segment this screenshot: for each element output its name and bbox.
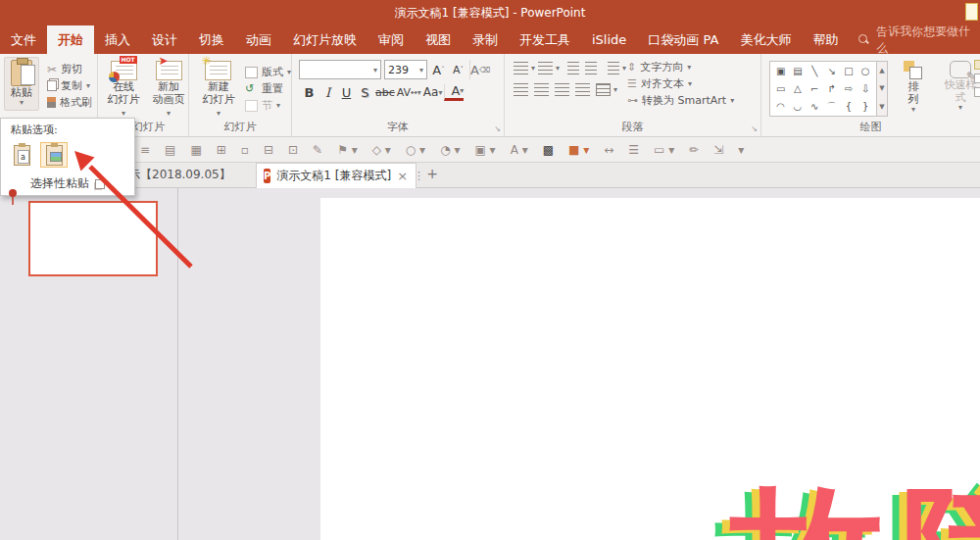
online-slides-button[interactable]: HOT 在线 幻灯片 ▾ (104, 61, 143, 119)
paste-keep-text-button[interactable]: a (8, 142, 35, 168)
shape-oval-icon[interactable]: ○ (861, 63, 870, 79)
shape-right-brace-icon[interactable]: } (862, 98, 868, 115)
tab-view[interactable]: 视图 (415, 25, 462, 54)
shape-down-arrow-icon[interactable]: ⇩ (861, 80, 869, 97)
shape-elbow-icon[interactable]: ⌐ (810, 80, 818, 97)
shape-scribble-icon[interactable]: ⌒ (827, 98, 837, 115)
tab-transitions[interactable]: 切换 (188, 25, 235, 54)
shape-triangle-icon[interactable]: △ (794, 80, 802, 97)
grow-font-button[interactable]: Aˆ (430, 60, 447, 79)
copy-button[interactable]: 复制 ▾ (47, 77, 92, 94)
scroll-up-icon[interactable]: ▲ (879, 67, 884, 74)
toolbar-icon-7[interactable]: ✎ (313, 143, 322, 157)
arrange-button[interactable]: 排列 ▾ (904, 61, 923, 113)
tab-home[interactable]: 开始 (47, 25, 94, 54)
gallery-more-icon[interactable]: ▼ (879, 103, 884, 111)
toolbar-icon-0[interactable]: ≡ (140, 143, 150, 157)
shapes-gallery-scroll[interactable]: ▲ ▼ ▼ (877, 61, 888, 117)
character-spacing-button[interactable]: AV↔▾ (397, 82, 421, 102)
bullets-button[interactable] (514, 62, 528, 74)
toolbar-icon-11[interactable]: ◔ ▾ (440, 143, 460, 157)
toolbar-icon-1[interactable]: ▤ (165, 143, 175, 157)
align-text-button[interactable]: ☰ 对齐文本▾ (627, 75, 734, 92)
tab-slideshow[interactable]: 幻灯片放映 (282, 25, 368, 54)
layout-button[interactable]: 版式 ▾ (245, 64, 291, 80)
change-case-button[interactable]: Aa▾ (423, 82, 443, 102)
paste-button[interactable]: 粘贴 ▾ (4, 57, 39, 111)
toolbar-icon-16[interactable]: ↔ (604, 143, 613, 157)
align-left-button[interactable] (514, 83, 528, 96)
shape-elbow-arrow-icon[interactable]: ↱ (827, 80, 835, 97)
toolbar-icon-19[interactable]: ✏ (689, 143, 699, 157)
toolbar-icon-5[interactable]: ⊟ (264, 143, 273, 157)
close-tab-icon[interactable]: × (397, 169, 408, 183)
doc-tab-2018-09-05[interactable]: 示【2018.09.05】 (128, 163, 231, 187)
reset-button[interactable]: ↺ 重置 (245, 80, 291, 97)
shape-vtextbox-icon[interactable]: ▤ (793, 63, 802, 79)
justify-button[interactable] (575, 83, 590, 96)
font-size-combo[interactable]: 239▾ (384, 60, 427, 79)
font-color-button[interactable]: A▾ (444, 84, 464, 101)
shape-right-arrow-icon[interactable]: ⇨ (845, 80, 853, 97)
glitch-text[interactable]: 故障风 (731, 468, 980, 540)
paragraph-dialog-launcher[interactable]: ↘ (751, 124, 758, 133)
tab-insert[interactable]: 插入 (94, 25, 141, 54)
toolbar-icon-17[interactable]: ☰ (628, 143, 639, 157)
shrink-font-button[interactable]: Aˇ (450, 60, 466, 79)
shape-rounded-rect-icon[interactable]: ▭ (776, 80, 785, 97)
toolbar-icon-20[interactable]: ⇲ (713, 143, 723, 157)
tab-islide[interactable]: iSlide (581, 25, 637, 54)
shape-rectangle-icon[interactable]: □ (844, 63, 853, 79)
font-dialog-launcher[interactable]: ↘ (494, 124, 501, 133)
strikethrough-button[interactable]: abc (375, 82, 395, 102)
tell-me-search[interactable]: 告诉我你想要做什么 (858, 25, 980, 54)
toolbar-icon-3[interactable]: ⊞ (217, 143, 226, 157)
tab-help[interactable]: 帮助 (802, 25, 849, 54)
increase-indent-button[interactable] (585, 62, 597, 74)
toolbar-icon-2[interactable]: ▦ (190, 143, 201, 157)
toolbar-icon-21[interactable]: ▾ (738, 143, 744, 157)
tab-design[interactable]: 设计 (141, 25, 188, 54)
shape-arc-icon[interactable]: ◠ (776, 98, 785, 115)
text-shadow-button[interactable]: S (357, 82, 373, 102)
new-slide-button[interactable]: ✳ 新建 幻灯片 ▾ (199, 61, 238, 119)
paste-special-item[interactable]: 选择性粘贴 (1, 172, 134, 195)
toolbar-icon-6[interactable]: ⊡ (288, 143, 298, 157)
toolbar-icon-13[interactable]: A ▾ (511, 143, 528, 157)
shape-arc2-icon[interactable]: ◡ (794, 98, 803, 115)
toolbar-icon-4[interactable]: ▫ (241, 143, 249, 157)
italic-button[interactable]: I (319, 82, 336, 102)
shape-textbox-icon[interactable]: ▣ (776, 63, 785, 79)
text-direction-button[interactable]: ⇕ 文字方向▾ (627, 59, 734, 75)
format-painter-button[interactable]: 格式刷 (47, 94, 92, 111)
columns-button[interactable] (596, 83, 611, 96)
convert-smartart-button[interactable]: ⊶ 转换为 SmartArt▾ (627, 92, 734, 109)
paste-dropdown-arrow[interactable]: ▾ (20, 99, 24, 106)
cut-button[interactable]: ✂ 剪切 (47, 61, 92, 77)
new-tab-button[interactable]: + (423, 166, 441, 183)
numbering-button[interactable] (538, 62, 553, 74)
new-animation-page-button[interactable]: ➤ 新加 动画页 ▾ (149, 61, 188, 119)
section-button[interactable]: 节 ▾ (245, 97, 291, 114)
toolbar-icon-9[interactable]: ◇ ▾ (372, 143, 391, 157)
toolbar-icon-15[interactable]: ■ ▾ (568, 143, 589, 157)
decrease-indent-button[interactable] (567, 62, 579, 74)
align-right-button[interactable] (555, 83, 569, 96)
tab-record[interactable]: 录制 (462, 25, 509, 54)
tab-animations[interactable]: 动画 (235, 25, 282, 54)
font-name-combo[interactable]: ▾ (299, 60, 381, 79)
toolbar-icon-14[interactable]: ▩ (543, 143, 554, 157)
shape-line-icon[interactable]: ╲ (811, 63, 817, 79)
toolbar-icon-18[interactable]: ▭ ▾ (654, 143, 674, 157)
scroll-down-icon[interactable]: ▼ (879, 84, 884, 92)
tab-pocket-animation[interactable]: 口袋动画 PA (637, 25, 729, 54)
shape-arrow-line-icon[interactable]: ↘ (827, 63, 835, 79)
doc-tab-active[interactable]: P 演示文稿1 [兼容模式] × ⋮ (256, 163, 416, 188)
tab-file[interactable]: 文件 (0, 25, 47, 54)
shape-left-brace-icon[interactable]: { (846, 98, 852, 115)
underline-button[interactable]: U (338, 82, 355, 102)
bold-button[interactable]: B (301, 82, 318, 102)
paste-as-picture-button[interactable] (40, 142, 68, 168)
toolbar-icon-8[interactable]: ⚑ ▾ (337, 143, 358, 157)
line-spacing-button[interactable] (608, 62, 619, 74)
